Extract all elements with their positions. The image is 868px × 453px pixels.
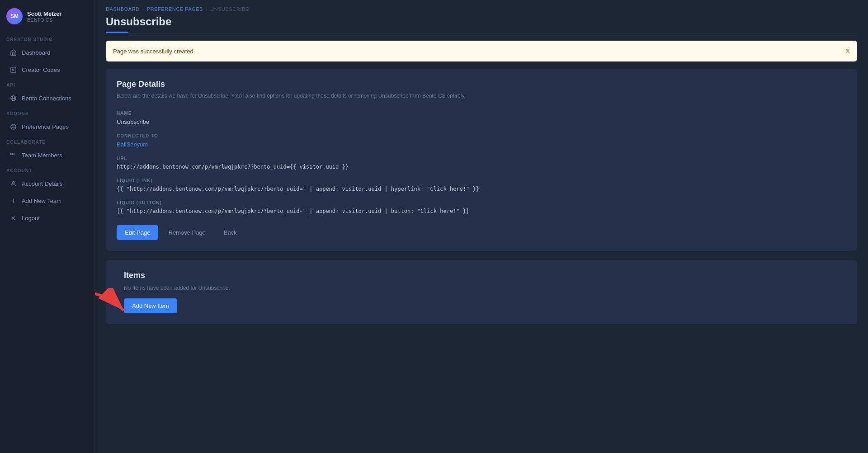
field-label-liquid-link: LIQUID (LINK) bbox=[117, 178, 846, 183]
section-label-addons: ADDONS bbox=[0, 107, 94, 118]
sidebar-item-preference-pages[interactable]: Preference Pages bbox=[3, 118, 92, 135]
add-new-item-button[interactable]: Add New Item bbox=[124, 298, 177, 313]
title-divider bbox=[106, 33, 857, 33]
alert-banner: Page was successfully created. × bbox=[106, 41, 857, 61]
code-icon: S bbox=[9, 66, 17, 74]
sidebar: SM Scott Melzer BENTO CS CREATOR STUDIO … bbox=[0, 0, 95, 453]
back-button[interactable]: Back bbox=[216, 225, 245, 240]
page-title-area: Unsubscribe bbox=[95, 12, 868, 33]
section-label-api: API bbox=[0, 78, 94, 90]
alert-text: Page was successfully created. bbox=[113, 48, 195, 55]
sidebar-item-team-members[interactable]: Team Members bbox=[3, 147, 92, 163]
field-value-liquid-link: {{ "http://addons.bentonow.com/p/vmrlwqj… bbox=[117, 186, 846, 192]
sidebar-item-label: Add New Team bbox=[22, 198, 61, 204]
breadcrumb-dashboard[interactable]: DASHBOARD bbox=[106, 6, 140, 12]
sidebar-item-account-details[interactable]: Account Details bbox=[3, 175, 92, 192]
user-name: Scott Melzer bbox=[27, 10, 62, 17]
field-label-liquid-button: LIQUID (BUTTON) bbox=[117, 200, 846, 205]
person-icon bbox=[9, 179, 17, 188]
field-label-connected-to: CONNECTED TO bbox=[117, 133, 846, 138]
field-liquid-button: LIQUID (BUTTON) {{ "http://addons.benton… bbox=[117, 200, 846, 214]
sidebar-item-label: Logout bbox=[22, 215, 40, 222]
field-label-name: NAME bbox=[117, 111, 846, 116]
x-icon bbox=[9, 214, 17, 222]
alert-close-button[interactable]: × bbox=[845, 47, 850, 55]
user-subtitle: BENTO CS bbox=[27, 17, 62, 23]
main-content: DASHBOARD › PREFERENCE PAGES › UNSUBSCRI… bbox=[95, 0, 868, 453]
page-title: Unsubscribe bbox=[106, 15, 857, 28]
sidebar-item-label: Bento Connections bbox=[22, 95, 71, 102]
sidebar-item-label: Account Details bbox=[22, 180, 62, 187]
sidebar-item-bento-connections[interactable]: Bento Connections bbox=[3, 90, 92, 106]
items-card: Items No Items have been added for Unsub… bbox=[106, 260, 857, 324]
sidebar-item-label: Creator Codes bbox=[22, 66, 60, 73]
edit-page-button[interactable]: Edit Page bbox=[117, 225, 158, 240]
breadcrumb-separator-1: › bbox=[142, 6, 144, 12]
globe-icon bbox=[9, 94, 17, 102]
sidebar-item-label: Team Members bbox=[22, 152, 62, 159]
section-label-collaborate: COLLABORATE bbox=[0, 135, 94, 146]
field-name: NAME Unsubscribe bbox=[117, 111, 846, 125]
items-empty-message: No Items have been added for Unsubscribe… bbox=[124, 285, 846, 291]
svg-point-5 bbox=[10, 124, 15, 129]
sidebar-item-creator-codes[interactable]: S Creator Codes bbox=[3, 61, 92, 78]
sidebar-item-label: Dashboard bbox=[22, 49, 51, 56]
field-value-url: http://addons.bentonow.com/p/vmrlwqjpkrc… bbox=[117, 164, 846, 170]
sidebar-item-dashboard[interactable]: Dashboard bbox=[3, 44, 92, 61]
section-label-creator-studio: CREATOR STUDIO bbox=[0, 33, 94, 44]
avatar: SM bbox=[6, 8, 23, 24]
field-value-liquid-button: {{ "http://addons.bentonow.com/p/vmrlwqj… bbox=[117, 208, 846, 214]
breadcrumb-current: UNSUBSCRIBE bbox=[210, 6, 249, 12]
grid-icon bbox=[9, 123, 17, 131]
field-label-url: URL bbox=[117, 156, 846, 161]
remove-page-button[interactable]: Remove Page bbox=[160, 225, 213, 240]
card-title: Page Details bbox=[117, 80, 846, 89]
users-icon bbox=[9, 151, 17, 159]
breadcrumb: DASHBOARD › PREFERENCE PAGES › UNSUBSCRI… bbox=[95, 0, 868, 12]
svg-rect-8 bbox=[10, 153, 12, 155]
field-value-name: Unsubscribe bbox=[117, 118, 846, 125]
field-url: URL http://addons.bentonow.com/p/vmrlwqj… bbox=[117, 156, 846, 170]
breadcrumb-preference-pages[interactable]: PREFERENCE PAGES bbox=[147, 6, 203, 12]
field-connected-to: CONNECTED TO BaliSenyum bbox=[117, 133, 846, 148]
svg-point-10 bbox=[12, 181, 14, 184]
svg-text:S: S bbox=[12, 68, 14, 71]
card-subtitle: Below are the details we have for Unsubs… bbox=[117, 92, 846, 100]
sidebar-item-add-new-team[interactable]: Add New Team bbox=[3, 193, 92, 209]
svg-rect-9 bbox=[12, 153, 14, 155]
user-info: Scott Melzer BENTO CS bbox=[27, 10, 62, 23]
page-details-card: Page Details Below are the details we ha… bbox=[106, 69, 857, 251]
field-liquid-link: LIQUID (LINK) {{ "http://addons.bentonow… bbox=[117, 178, 846, 192]
field-value-connected-to[interactable]: BaliSenyum bbox=[117, 141, 846, 148]
plus-icon bbox=[9, 197, 17, 205]
home-icon bbox=[9, 48, 17, 57]
page-details-buttons: Edit Page Remove Page Back bbox=[117, 225, 846, 240]
breadcrumb-separator-2: › bbox=[206, 6, 208, 12]
sidebar-item-logout[interactable]: Logout bbox=[3, 210, 92, 226]
user-profile[interactable]: SM Scott Melzer BENTO CS bbox=[0, 0, 94, 33]
items-card-title: Items bbox=[124, 271, 846, 280]
sidebar-item-label: Preference Pages bbox=[22, 123, 69, 130]
section-label-account: ACCOUNT bbox=[0, 164, 94, 175]
